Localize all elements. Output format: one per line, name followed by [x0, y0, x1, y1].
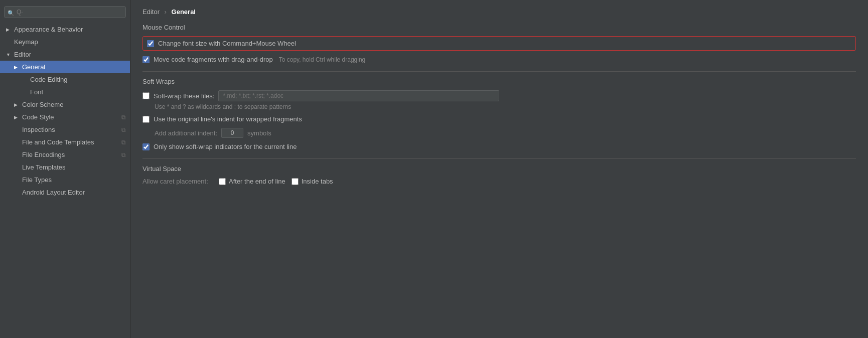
move-code-fragments-row: Move code fragments with drag-and-drop T… [142, 55, 856, 64]
only-show-indicators-label[interactable]: Only show soft-wrap indicators for the c… [154, 143, 297, 150]
sidebar-item-label-keymap: Keymap [14, 38, 38, 46]
breadcrumb-current: General [172, 8, 196, 16]
sidebar-item-label-color-scheme: Color Scheme [22, 101, 63, 108]
soft-wraps-section: Soft Wraps Soft-wrap these files: Use * … [142, 78, 856, 151]
inside-tabs-checkbox[interactable] [292, 178, 299, 185]
after-end-option: After the end of line [219, 178, 285, 185]
sidebar-item-file-types[interactable]: File Types [0, 174, 130, 186]
arrow-icon-editor [6, 52, 12, 57]
allow-caret-label: Allow caret placement: [142, 178, 213, 185]
sidebar-item-label-general: General [22, 63, 45, 71]
search-container: 🔍 [0, 3, 130, 23]
sidebar-item-label-inspections: Inspections [22, 126, 55, 133]
use-original-indent-row: Use the original line's indent for wrapp… [142, 114, 856, 124]
soft-wrap-hint: Use * and ? as wildcards and ; to separa… [142, 103, 856, 110]
sidebar-item-editor[interactable]: Editor [0, 48, 130, 61]
copy-icon-file-encodings: ⧉ [121, 151, 126, 158]
sidebar-item-appearance[interactable]: Appearance & Behavior [0, 23, 130, 36]
sidebar-item-live-templates[interactable]: Live Templates [0, 161, 130, 174]
soft-wrap-files-row: Soft-wrap these files: [142, 90, 856, 101]
sidebar-item-label-file-encodings: File Encodings [22, 151, 65, 158]
sidebar-item-keymap[interactable]: Keymap [0, 36, 130, 48]
sidebar-item-inspections[interactable]: Inspections⧉ [0, 123, 130, 136]
sidebar-item-label-file-types: File Types [22, 176, 52, 184]
sidebar-item-label-appearance: Appearance & Behavior [14, 26, 83, 33]
arrow-icon-color-scheme [14, 102, 20, 107]
breadcrumb-parent: Editor [142, 8, 160, 16]
soft-wrap-checkbox[interactable] [142, 92, 150, 99]
copy-icon-inspections: ⧉ [121, 126, 126, 133]
sidebar-item-color-scheme[interactable]: Color Scheme [0, 98, 130, 111]
sidebar-item-label-code-editing: Code Editing [30, 76, 67, 83]
move-code-hint: To copy, hold Ctrl while dragging [279, 56, 366, 63]
sidebar-item-label-live-templates: Live Templates [22, 163, 65, 171]
inside-tabs-label[interactable]: Inside tabs [302, 178, 333, 185]
change-font-size-checkbox[interactable] [147, 40, 154, 47]
soft-wraps-title: Soft Wraps [142, 78, 856, 85]
add-indent-label: Add additional indent: [155, 129, 217, 137]
change-font-size-label[interactable]: Change font size with Command+Mouse Whee… [158, 40, 296, 47]
only-show-indicators-checkbox[interactable] [142, 143, 150, 150]
move-code-fragments-checkbox[interactable] [142, 56, 150, 63]
mouse-control-section: Mouse Control Change font size with Comm… [142, 24, 856, 64]
copy-icon-file-and-code-templates: ⧉ [121, 139, 126, 146]
sidebar-item-label-font: Font [30, 88, 43, 96]
virtual-space-title: Virtual Space [142, 165, 856, 173]
allow-caret-row: Allow caret placement: After the end of … [142, 178, 856, 185]
breadcrumb-separator: › [165, 8, 167, 16]
use-original-indent-label[interactable]: Use the original line's indent for wrapp… [154, 115, 302, 123]
after-end-checkbox[interactable] [219, 178, 226, 185]
mouse-control-title: Mouse Control [142, 24, 856, 31]
virtual-space-section: Virtual Space Allow caret placement: Aft… [142, 165, 856, 185]
after-end-label[interactable]: After the end of line [229, 178, 285, 185]
search-input[interactable] [4, 6, 126, 18]
breadcrumb: Editor › General [142, 8, 856, 16]
sidebar-item-label-file-and-code-templates: File and Code Templates [22, 138, 94, 146]
only-show-indicators-row: Only show soft-wrap indicators for the c… [142, 142, 856, 151]
sidebar-item-code-editing[interactable]: Code Editing [0, 73, 130, 86]
use-original-indent-checkbox[interactable] [142, 116, 150, 123]
add-indent-input[interactable] [221, 128, 243, 138]
sidebar-item-android-layout-editor[interactable]: Android Layout Editor [0, 186, 130, 199]
sidebar-item-label-code-style: Code Style [22, 113, 54, 121]
sidebar-item-label-android-layout-editor: Android Layout Editor [22, 189, 85, 196]
arrow-icon-appearance [6, 27, 12, 32]
sidebar-item-font[interactable]: Font [0, 86, 130, 98]
sidebar-item-general[interactable]: General [0, 61, 130, 73]
soft-wrap-input[interactable] [218, 90, 499, 101]
change-font-size-row: Change font size with Command+Mouse Whee… [142, 36, 856, 51]
sidebar: 🔍 Appearance & BehaviorKeymapEditorGener… [0, 0, 130, 338]
arrow-icon-general [14, 65, 20, 70]
sidebar-item-label-editor: Editor [14, 51, 31, 58]
add-indent-suffix: symbols [247, 129, 271, 137]
main-content: Editor › General Mouse Control Change fo… [130, 0, 868, 338]
arrow-icon-code-style [14, 115, 20, 120]
soft-wrap-label[interactable]: Soft-wrap these files: [154, 92, 214, 100]
sidebar-item-code-style[interactable]: Code Style⧉ [0, 111, 130, 123]
move-code-fragments-label[interactable]: Move code fragments with drag-and-drop [154, 56, 273, 63]
add-indent-row: Add additional indent: symbols [142, 128, 856, 138]
sidebar-item-file-and-code-templates[interactable]: File and Code Templates⧉ [0, 136, 130, 148]
sidebar-item-file-encodings[interactable]: File Encodings⧉ [0, 148, 130, 161]
copy-icon-code-style: ⧉ [121, 114, 126, 121]
inside-tabs-option: Inside tabs [292, 178, 333, 185]
